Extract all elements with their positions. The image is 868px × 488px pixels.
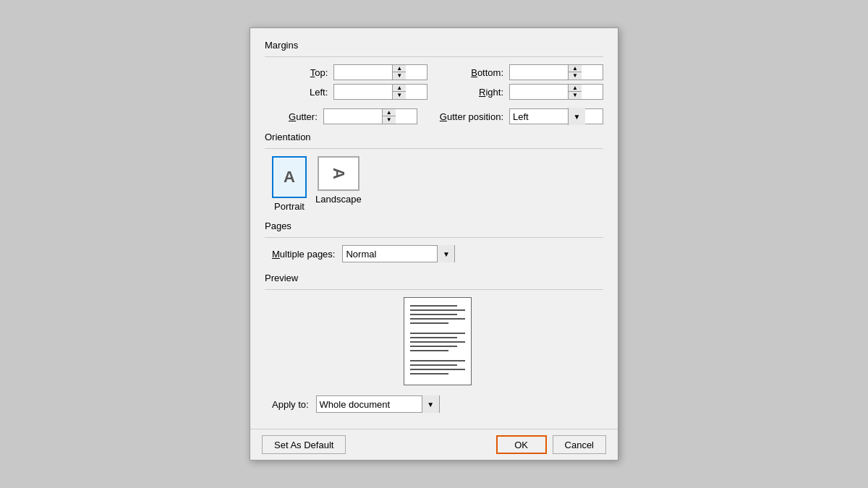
- preview-divider: [265, 289, 603, 290]
- apply-to-label: Apply to:: [272, 399, 309, 410]
- set-as-default-button[interactable]: Set As Default: [262, 435, 346, 454]
- preview-line-6: [410, 333, 465, 334]
- preview-line-5: [410, 322, 448, 324]
- gutter-input[interactable]: 0 cm: [324, 109, 382, 124]
- pages-section: Multiple pages: Normal Mirror margins 2 …: [265, 245, 603, 262]
- portrait-button[interactable]: A Portrait: [272, 156, 307, 212]
- preview-line-4: [410, 318, 465, 320]
- dialog-footer: Set As Default OK Cancel: [250, 429, 618, 460]
- gutter-spinner[interactable]: 0 cm ▲ ▼: [323, 108, 417, 124]
- right-label: Right:: [433, 87, 503, 98]
- preview-line-12: [410, 364, 457, 366]
- right-up-btn[interactable]: ▲: [569, 85, 582, 92]
- top-up-btn[interactable]: ▲: [393, 65, 406, 72]
- top-input[interactable]: 2 cm: [334, 65, 392, 80]
- apply-to-arrow[interactable]: ▼: [422, 395, 439, 413]
- right-down-btn[interactable]: ▼: [569, 92, 582, 99]
- right-spinner-buttons: ▲ ▼: [568, 85, 582, 99]
- margins-grid: Top: 2 cm ▲ ▼ Bottom: 2 cm ▲ ▼ Left: 2: [265, 64, 603, 100]
- gutter-position-select[interactable]: Left Top: [510, 109, 568, 124]
- pages-section-title: Pages: [265, 221, 603, 231]
- bottom-up-btn[interactable]: ▲: [569, 65, 582, 72]
- set-as-default-label: Set As Default: [274, 440, 333, 450]
- preview-line-9: [410, 346, 457, 347]
- orientation-buttons: A Portrait A Landscape: [272, 156, 603, 212]
- multiple-pages-select-wrap[interactable]: Normal Mirror margins 2 pages per sheet …: [342, 245, 455, 262]
- bottom-down-btn[interactable]: ▼: [569, 72, 582, 80]
- ok-button[interactable]: OK: [496, 435, 547, 454]
- left-label: Left:: [272, 87, 328, 98]
- top-spinner[interactable]: 2 cm ▲ ▼: [333, 64, 427, 80]
- right-input[interactable]: 2 cm: [510, 85, 568, 99]
- preview-line-8: [410, 341, 465, 343]
- gutter-spinner-buttons: ▲ ▼: [382, 109, 396, 124]
- pages-divider: [265, 237, 603, 238]
- preview-section-title: Preview: [265, 273, 603, 283]
- preview-line-1: [410, 305, 457, 307]
- dialog-body: Margins Top: 2 cm ▲ ▼ Bottom: 2 cm ▲ ▼: [250, 28, 618, 429]
- portrait-label: Portrait: [274, 201, 305, 212]
- preview-line-14: [410, 373, 448, 374]
- gutter-row: Gutter: 0 cm ▲ ▼ Gutter position: Left T…: [265, 108, 603, 124]
- landscape-button[interactable]: A Landscape: [315, 156, 362, 212]
- preview-box: [272, 297, 603, 385]
- multiple-pages-select[interactable]: Normal Mirror margins 2 pages per sheet …: [343, 246, 437, 262]
- preview-line-10: [410, 350, 448, 351]
- footer-right-buttons: OK Cancel: [496, 435, 606, 454]
- portrait-letter: A: [284, 169, 295, 185]
- gutter-label: Gutter:: [272, 111, 318, 122]
- gutter-position-label: Gutter position:: [423, 111, 503, 122]
- apply-to-select-wrap[interactable]: Whole document This section This point f…: [316, 395, 440, 413]
- orientation-section-title: Orientation: [265, 132, 603, 142]
- left-spinner[interactable]: 2 cm ▲ ▼: [333, 84, 427, 100]
- multiple-pages-label: Multiple pages:: [272, 249, 335, 260]
- bottom-spinner-buttons: ▲ ▼: [568, 65, 582, 80]
- orientation-divider: [265, 148, 603, 149]
- left-spinner-buttons: ▲ ▼: [392, 85, 406, 99]
- apply-to-row: Apply to: Whole document This section Th…: [265, 395, 603, 413]
- preview-line-3: [410, 314, 457, 315]
- ok-label: OK: [514, 440, 528, 450]
- preview-section: [265, 297, 603, 385]
- preview-line-13: [410, 369, 465, 370]
- margins-divider: [265, 56, 603, 57]
- bottom-input[interactable]: 2 cm: [510, 65, 568, 80]
- margins-section-title: Margins: [265, 40, 603, 51]
- portrait-icon: A: [272, 156, 307, 198]
- gutter-position-arrow[interactable]: ▼: [568, 108, 585, 125]
- orientation-section: A Portrait A Landscape: [265, 156, 603, 212]
- landscape-icon: A: [318, 156, 359, 191]
- landscape-letter: A: [331, 168, 346, 179]
- right-spinner[interactable]: 2 cm ▲ ▼: [509, 84, 603, 100]
- bottom-spinner[interactable]: 2 cm ▲ ▼: [509, 64, 603, 80]
- preview-line-2: [410, 309, 465, 311]
- page-setup-dialog: Margins Top: 2 cm ▲ ▼ Bottom: 2 cm ▲ ▼: [250, 27, 618, 461]
- left-input[interactable]: 2 cm: [334, 85, 392, 99]
- gutter-up-btn[interactable]: ▲: [383, 109, 396, 116]
- left-down-btn[interactable]: ▼: [393, 92, 406, 99]
- left-up-btn[interactable]: ▲: [393, 85, 406, 92]
- bottom-label: Bottom:: [433, 67, 503, 78]
- apply-to-select[interactable]: Whole document This section This point f…: [317, 396, 422, 412]
- cancel-label: Cancel: [565, 440, 594, 450]
- top-label: Top:: [272, 67, 328, 78]
- preview-page: [404, 297, 472, 385]
- cancel-button[interactable]: Cancel: [553, 435, 606, 454]
- preview-line-7: [410, 337, 457, 338]
- preview-line-11: [410, 360, 465, 361]
- gutter-down-btn[interactable]: ▼: [383, 116, 396, 124]
- multiple-pages-arrow[interactable]: ▼: [437, 245, 454, 262]
- top-down-btn[interactable]: ▼: [393, 72, 406, 80]
- gutter-position-select-wrap[interactable]: Left Top ▼: [509, 108, 603, 124]
- pages-row: Multiple pages: Normal Mirror margins 2 …: [272, 245, 603, 262]
- landscape-label: Landscape: [315, 194, 362, 205]
- top-spinner-buttons: ▲ ▼: [392, 65, 406, 80]
